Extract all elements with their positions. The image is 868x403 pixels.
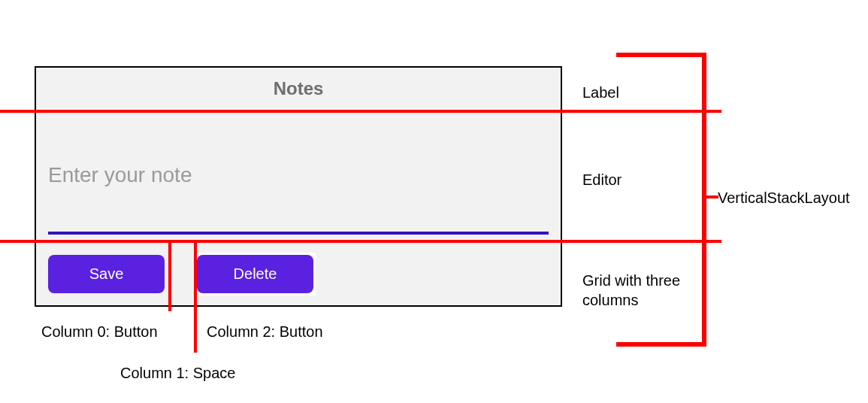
annotation-col1: Column 1: Space xyxy=(120,365,235,382)
button-grid: Save Delete xyxy=(36,242,561,305)
save-button[interactable]: Save xyxy=(48,255,165,293)
editor-row: Enter your note xyxy=(36,110,561,242)
annotation-grid: Grid with three columns xyxy=(582,271,718,310)
annotation-bracket xyxy=(706,195,718,198)
editor-placeholder: Enter your note xyxy=(48,163,192,187)
annotation-line xyxy=(194,240,197,353)
editor-underline xyxy=(48,232,549,235)
annotation-editor: Editor xyxy=(582,171,622,189)
annotation-line xyxy=(0,110,721,113)
annotation-vstack: VerticalStackLayout xyxy=(718,189,850,207)
app-frame: Notes Enter your note Save Delete xyxy=(35,66,562,307)
delete-button-wrap: Delete xyxy=(195,253,316,295)
delete-button[interactable]: Delete xyxy=(197,255,313,293)
page-title: Notes xyxy=(274,78,324,99)
annotation-col0: Column 0: Button xyxy=(41,323,158,341)
label-row: Notes xyxy=(36,68,561,110)
annotation-label: Label xyxy=(582,84,619,102)
annotation-bracket xyxy=(616,342,706,347)
annotation-col2: Column 2: Button xyxy=(207,323,323,341)
annotation-bracket xyxy=(616,53,706,57)
annotation-line xyxy=(168,240,171,311)
annotation-line xyxy=(0,240,721,243)
note-editor[interactable]: Enter your note xyxy=(48,119,549,232)
